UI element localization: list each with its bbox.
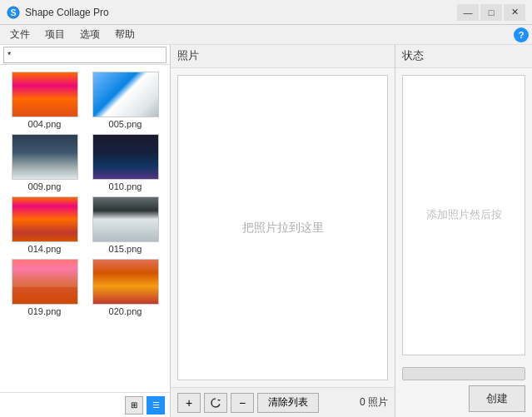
preview-area: 添加照片然后按: [402, 75, 525, 355]
photo-thumbnail: [92, 196, 159, 242]
photos-panel: 照片 把照片拉到这里 + − 清除列表 0 照片: [171, 45, 395, 417]
list-item[interactable]: 010.png: [87, 134, 163, 191]
list-item[interactable]: 020.png: [87, 259, 163, 316]
remove-photo-button[interactable]: −: [231, 393, 254, 413]
photo-thumbnail: [12, 72, 78, 117]
path-bar: [0, 45, 170, 65]
close-button[interactable]: ✕: [504, 4, 525, 21]
photo-filename: 015.png: [109, 244, 142, 254]
photo-thumbnail: [12, 134, 78, 180]
progress-bar-container: [402, 367, 525, 380]
photo-grid: 004.png005.png009.png010.png014.png015.p…: [0, 65, 170, 392]
status-panel: 状态 添加照片然后按 创建: [395, 45, 532, 417]
svg-text:S: S: [11, 8, 17, 17]
photo-filename: 009.png: [28, 181, 62, 191]
create-button[interactable]: 创建: [469, 385, 525, 412]
list-item[interactable]: 005.png: [87, 72, 163, 129]
photo-thumbnail: [92, 134, 159, 180]
right-bottom: 创建: [395, 362, 532, 417]
svg-marker-2: [217, 400, 221, 401]
photo-filename: 019.png: [28, 306, 62, 316]
photo-thumbnail: [92, 259, 159, 305]
list-item[interactable]: 014.png: [7, 196, 82, 254]
photo-thumbnail: [12, 196, 78, 242]
photo-filename: 014.png: [28, 244, 62, 254]
photo-thumbnail: [12, 259, 78, 305]
photos-header: 照片: [171, 45, 395, 68]
list-item[interactable]: 015.png: [87, 196, 163, 254]
photo-filename: 004.png: [28, 119, 62, 129]
photo-thumbnail: [92, 72, 159, 117]
window-controls: — □ ✕: [457, 4, 525, 21]
file-browser-panel: 004.png005.png009.png010.png014.png015.p…: [0, 45, 171, 417]
title-bar-left: S Shape Collage Pro: [7, 6, 109, 19]
refresh-icon: [210, 397, 221, 409]
bottom-bar-left: ⊞ ☰: [0, 392, 170, 417]
photo-filename: 005.png: [109, 119, 142, 129]
menu-options[interactable]: 选项: [73, 26, 107, 43]
minimize-button[interactable]: —: [457, 4, 479, 21]
photo-filename: 010.png: [109, 181, 142, 191]
status-header: 状态: [395, 45, 532, 68]
list-view-button[interactable]: ☰: [147, 396, 165, 415]
menu-file[interactable]: 文件: [3, 26, 37, 43]
photo-filename: 020.png: [109, 306, 142, 316]
menu-bar: 文件 项目 选项 帮助 ?: [0, 25, 532, 45]
list-item[interactable]: 019.png: [7, 259, 82, 316]
clear-list-button[interactable]: 清除列表: [257, 393, 319, 413]
refresh-button[interactable]: [204, 393, 227, 413]
photo-toolbar: + − 清除列表 0 照片: [171, 387, 395, 417]
add-photo-button[interactable]: +: [177, 393, 201, 413]
list-item[interactable]: 009.png: [7, 134, 82, 191]
drop-area[interactable]: 把照片拉到这里: [177, 75, 388, 380]
title-bar: S Shape Collage Pro — □ ✕: [0, 0, 532, 25]
app-icon: S: [7, 6, 20, 19]
help-button[interactable]: ?: [514, 27, 529, 42]
path-input[interactable]: [3, 47, 167, 63]
photo-count: 0 照片: [360, 395, 388, 410]
main-layout: 004.png005.png009.png010.png014.png015.p…: [0, 45, 532, 417]
grid-view-button[interactable]: ⊞: [125, 396, 143, 415]
menu-bar-right: ?: [514, 27, 529, 42]
menu-project[interactable]: 项目: [38, 26, 72, 43]
menu-help[interactable]: 帮助: [108, 26, 142, 43]
list-item[interactable]: 004.png: [7, 72, 82, 129]
maximize-button[interactable]: □: [480, 4, 502, 21]
window-title: Shape Collage Pro: [25, 7, 109, 18]
